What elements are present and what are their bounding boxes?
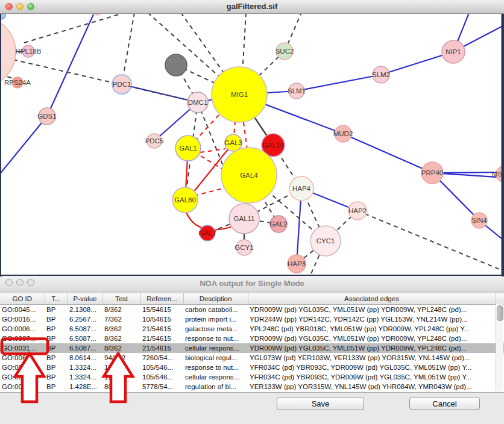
column-header-t-[interactable]: T... — [45, 293, 68, 305]
scrollbar-thumb[interactable] — [497, 305, 503, 321]
node-label-RPS24A: RPS24A — [4, 79, 31, 86]
table-cell: BP — [45, 314, 68, 324]
cancel-button[interactable]: Cancel — [409, 397, 480, 410]
column-header-go-id[interactable]: GO ID — [0, 293, 45, 305]
table-cell: BP — [45, 343, 68, 353]
noa-results-table-wrap: GO IDT...P-valueTestReferen...Desciption… — [0, 293, 504, 393]
column-header-desciption[interactable]: Desciption — [183, 293, 248, 305]
node-gray-node[interactable] — [165, 54, 187, 76]
table-cell: 94/362 — [102, 353, 140, 363]
table-cell: YDR009W (pd) YGL035C, YML051W (pp) YDR00… — [248, 334, 496, 343]
node-label-PRP40: PRP40 — [421, 169, 443, 176]
node-label-GAL4: GAL4 — [240, 172, 258, 179]
node-label-RPL18B: RPL18B — [16, 48, 42, 55]
table-cell: 80/362 — [102, 382, 140, 391]
table-cell: BP — [45, 305, 68, 315]
noa-window-title: NOA output for Single Mode — [0, 279, 504, 288]
table-cell: YDR009W (pd) YGL035C, YML051W (pp) YDR00… — [248, 305, 496, 315]
table-cell: 8/362 — [102, 305, 140, 315]
node-label-GAL1: GAL1 — [179, 145, 197, 152]
column-header-scrollbar[interactable] — [496, 293, 504, 305]
table-row[interactable]: GO:0065...BP8.0614...94/3627260/54...bio… — [0, 353, 504, 363]
edge-blue — [297, 75, 381, 91]
table-cell: 8/362 — [102, 343, 140, 353]
table-cell: YPL248C (pd) YBR018C, YML051W (pp) YDR00… — [248, 324, 496, 334]
node-label-GAL7: GAL7 — [198, 229, 216, 237]
table-cell: carbon cataboli... — [183, 305, 248, 315]
node-label-MUD2: MUD2 — [333, 130, 353, 137]
table-row[interactable]: GO:0016...BP6.2567...7/36210/54615protei… — [0, 314, 504, 324]
node-label-SUC2: SUC2 — [276, 48, 294, 55]
table-cell: 6.5087... — [68, 334, 102, 343]
table-row[interactable]: GO:0045...BP2.1308...8/36215/54615carbon… — [0, 305, 504, 315]
node-label-CYC1: CYC1 — [317, 237, 335, 245]
node-label-SIN4: SIN4 — [471, 217, 487, 224]
column-header-p-value[interactable]: P-value — [68, 293, 102, 305]
table-cell: 8/362 — [102, 334, 140, 343]
node-label-NIP1: NIP1 — [446, 48, 461, 55]
node-label-DMC1: DMC1 — [188, 99, 208, 106]
table-cell: 7260/54... — [140, 353, 183, 363]
table-cell: BP — [45, 372, 68, 382]
table-cell: YFR034C (pd) YBR093C, YDR009W (pd) YGL03… — [248, 372, 496, 382]
table-cell: GO:0031... — [0, 343, 45, 353]
table-row[interactable]: GO:0050...BP1.428E...80/3625778/54...reg… — [0, 382, 504, 391]
table-cell: cellular respons... — [183, 343, 248, 353]
table-cell: 1.428E... — [68, 382, 102, 391]
column-header-referen-[interactable]: Referen... — [140, 293, 183, 305]
table-cell: 2.1308... — [68, 305, 102, 315]
node-label-GCY1: GCY1 — [235, 244, 253, 251]
noa-results-table: GO IDT...P-valueTestReferen...Desciption… — [0, 293, 504, 391]
table-vertical-scrollbar[interactable] — [496, 304, 503, 391]
table-cell: BP — [45, 382, 68, 391]
column-header-associated-edges[interactable]: Associated edges — [248, 293, 496, 305]
edge-blue — [47, 14, 96, 116]
table-cell: GO:0065... — [0, 353, 45, 363]
table-cell: GO:0016... — [0, 314, 45, 324]
node-label-PDC5: PDC5 — [145, 137, 164, 145]
node-label-HAP2: HAP2 — [348, 207, 367, 214]
table-cell: response to nut... — [183, 363, 248, 372]
table-cell: 21/54615 — [140, 324, 183, 334]
edge-reddash — [200, 149, 225, 152]
table-cell: 105/546... — [140, 372, 183, 382]
table-cell: 1.3324... — [68, 372, 102, 382]
table-cell: 11/362 — [102, 372, 140, 382]
table-cell: BP — [45, 363, 68, 372]
node-label-GAL2: GAL2 — [269, 220, 287, 228]
table-cell: GO:0045... — [0, 305, 45, 315]
table-cell: 6.2567... — [68, 314, 102, 324]
table-cell: 7/362 — [102, 314, 140, 324]
table-cell: regulation of bi... — [183, 382, 248, 391]
node-cut-top[interactable] — [89, 14, 104, 15]
table-cell: 15/54615 — [140, 305, 183, 315]
node-label-MIG1: MIG1 — [231, 91, 248, 98]
table-cell: BP — [45, 324, 68, 334]
network-canvas[interactable]: RPL18BRPS24AGDS1PDC1PDC5MIG1SUC2SLM1DMC1… — [0, 14, 504, 276]
edge-dash — [24, 14, 125, 43]
save-button[interactable]: Save — [277, 397, 364, 410]
table-row[interactable]: GO:0006...BP6.5087...8/36221/54615galact… — [0, 324, 504, 334]
network-window-titlebar[interactable]: galFiltered.sif — [0, 0, 504, 14]
table-cell: BP — [45, 334, 68, 343]
node-label-PDC1: PDC1 — [113, 81, 131, 88]
table-cell: galactose meta... — [183, 324, 248, 334]
table-row[interactable]: GO:0031...BP1.3324...11/362105/546...res… — [0, 363, 504, 372]
table-row[interactable]: GO:0031...BP6.5087...8/36221/54615cellul… — [0, 343, 504, 353]
table-cell: 8.0614... — [68, 353, 102, 363]
table-cell: 6.5087... — [68, 343, 102, 353]
noa-window-titlebar[interactable]: NOA output for Single Mode — [0, 276, 504, 292]
table-row[interactable]: GO:0007...BP6.5087...8/36221/54615respon… — [0, 334, 504, 343]
canvas-border — [502, 14, 504, 276]
column-header-test[interactable]: Test — [102, 293, 140, 305]
table-cell: 21/54615 — [140, 334, 183, 343]
edge-reddash — [244, 122, 247, 149]
node-label-GAL3: GAL3 — [224, 139, 242, 146]
node-label-GAL80: GAL80 — [174, 196, 196, 204]
node-label-HAP3: HAP3 — [288, 260, 306, 267]
table-cell: YER133W (pp) YOR315W, YNL145W (pd) YHR08… — [248, 382, 496, 391]
table-cell: protein import i... — [183, 314, 248, 324]
table-cell: response to nut... — [183, 334, 248, 343]
table-row[interactable]: GO:0031...BP1.3324...11/362105/546...cel… — [0, 372, 504, 382]
table-cell: 8/362 — [102, 324, 140, 334]
